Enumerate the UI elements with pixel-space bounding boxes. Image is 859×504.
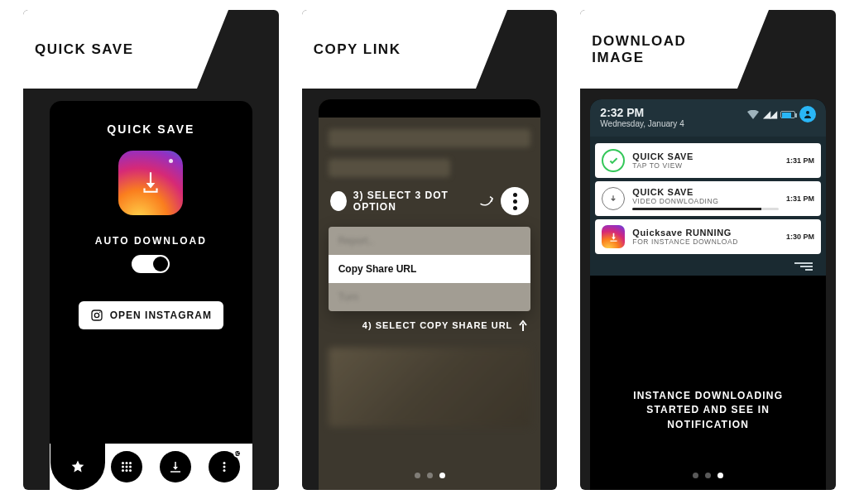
phone-screen-copylink: 3) SELECT 3 DOT OPTION Report.. Copy Sha…: [319, 99, 541, 490]
menu-item-copy-share-url[interactable]: Copy Share URL: [329, 255, 531, 283]
ad-badge: AD: [233, 449, 242, 458]
menu-item-report[interactable]: Report..: [329, 227, 531, 255]
panel-download-image: DOWNLOAD IMAGE 2:32 PM Wednesday, Januar…: [580, 10, 836, 490]
arrow-curve-icon: [479, 194, 494, 209]
pager-dot[interactable]: [415, 473, 420, 478]
step-4-text: 4) SELECT COPY SHARE URL: [362, 320, 513, 330]
step-3-text: 3) SELECT 3 DOT OPTION: [353, 190, 473, 213]
notif-title: Quicksave RUNNING: [632, 228, 779, 238]
more-vertical-icon: [217, 459, 232, 474]
panel-copy-link: COPY LINK 3) SELECT 3 DOT OPTION Report.…: [302, 10, 558, 490]
notif-subtitle: FOR INSTANCE DOWNLOAD: [632, 238, 779, 246]
svg-point-5: [129, 462, 132, 464]
svg-point-1: [94, 313, 98, 317]
auto-download-toggle[interactable]: [132, 255, 170, 273]
pager-dot[interactable]: [693, 473, 698, 478]
pager-dots: [319, 473, 541, 478]
notif-subtitle: VIDEO DONWLOADING: [632, 197, 779, 205]
svg-point-4: [125, 462, 127, 464]
app-title: QUICK SAVE: [107, 122, 194, 136]
nav-tab-downloads[interactable]: [151, 444, 199, 490]
svg-point-3: [122, 462, 124, 464]
nav-tab-more[interactable]: AD: [200, 444, 249, 490]
notif-subtitle: TAP TO VIEW: [632, 161, 779, 170]
app-icon: [118, 151, 183, 215]
svg-point-7: [125, 466, 127, 468]
auto-download-label: AUTO DOWNLOAD: [95, 235, 207, 247]
shade-drag-handle[interactable]: [595, 257, 821, 272]
svg-point-15: [806, 111, 809, 114]
menu-item-turn[interactable]: Turn: [329, 283, 531, 311]
battery-icon: [780, 111, 795, 118]
blurred-caption: [329, 159, 451, 177]
svg-point-6: [122, 466, 124, 468]
instagram-icon: [90, 309, 103, 322]
pager-dots: [590, 473, 826, 478]
svg-point-2: [99, 312, 100, 313]
notif-time: 1:30 PM: [786, 233, 814, 241]
download-icon: [140, 170, 161, 195]
clock-date: Wednesday, January 4: [600, 119, 684, 128]
app-small-icon: [602, 225, 625, 248]
phone-screen-home: QUICK SAVE AUTO DOWNLOAD OPEN INSTAGRAM …: [50, 101, 252, 490]
star-icon: [70, 459, 85, 474]
download-tray-icon: [168, 459, 183, 474]
banner: QUICK SAVE: [23, 10, 197, 89]
svg-point-13: [223, 466, 226, 468]
signal-icon: ◢◢: [763, 108, 776, 120]
notification-shade-header: 2:32 PM Wednesday, January 4 ◢◢: [590, 99, 826, 137]
svg-point-12: [223, 462, 226, 464]
instruction-step-3: 3) SELECT 3 DOT OPTION: [319, 180, 541, 222]
pager-dot-active[interactable]: [439, 473, 445, 478]
panel-quick-save: QUICK SAVE QUICK SAVE AUTO DOWNLOAD OPEN…: [23, 10, 279, 490]
blurred-caption: [329, 129, 531, 147]
svg-point-11: [129, 469, 132, 472]
banner-title: QUICK SAVE: [35, 41, 134, 58]
svg-point-10: [125, 469, 127, 472]
banner-title: COPY LINK: [314, 41, 401, 58]
instruction-step-4: 4) SELECT COPY SHARE URL: [319, 311, 541, 339]
download-progress-bar: [632, 208, 779, 210]
user-avatar-icon[interactable]: [799, 106, 816, 122]
nav-tab-grid[interactable]: [102, 444, 151, 490]
pager-dot[interactable]: [705, 473, 711, 478]
clock-time: 2:32 PM: [600, 106, 684, 119]
banner: DOWNLOAD IMAGE: [580, 10, 737, 89]
status-bar: [319, 99, 541, 118]
notification-card[interactable]: QUICK SAVE VIDEO DONWLOADING 1:31 PM: [595, 181, 821, 216]
bottom-nav: AD: [50, 444, 252, 490]
svg-point-14: [223, 469, 226, 472]
open-instagram-button[interactable]: OPEN INSTAGRAM: [79, 301, 223, 329]
grid-icon: [119, 459, 134, 474]
svg-point-8: [129, 466, 132, 468]
notification-list: QUICK SAVE TAP TO VIEW 1:31 PM QUICK SAV…: [590, 137, 826, 276]
notif-title: QUICK SAVE: [632, 151, 779, 161]
banner-title: DOWNLOAD IMAGE: [592, 33, 737, 65]
context-menu: Report.. Copy Share URL Turn: [329, 227, 531, 311]
banner: COPY LINK: [302, 10, 476, 89]
step-avatar-icon: [330, 191, 347, 211]
pager-dot-active[interactable]: [717, 473, 723, 478]
check-circle-icon: [602, 149, 625, 172]
blurred-post-image: [329, 348, 531, 427]
notification-card[interactable]: QUICK SAVE TAP TO VIEW 1:31 PM: [595, 143, 821, 178]
notif-time: 1:31 PM: [786, 156, 814, 165]
notif-title: QUICK SAVE: [632, 187, 779, 197]
download-circle-icon: [602, 187, 625, 210]
arrow-up-icon: [517, 318, 529, 333]
open-instagram-label: OPEN INSTAGRAM: [110, 310, 212, 321]
notification-card[interactable]: Quicksave RUNNING FOR INSTANCE DOWNLOAD …: [595, 219, 821, 254]
svg-point-9: [122, 469, 124, 472]
instruction-message: INSTANCE DOWNLOADING STARTED AND SEE IN …: [590, 389, 826, 432]
pager-dot[interactable]: [427, 473, 433, 478]
phone-screen-notifications: 2:32 PM Wednesday, January 4 ◢◢ QUICK SA…: [590, 99, 826, 490]
wifi-icon: [747, 110, 759, 119]
toggle-knob: [153, 257, 168, 271]
svg-rect-0: [92, 310, 102, 320]
status-icons: ◢◢: [747, 106, 816, 122]
three-dot-button[interactable]: [501, 187, 529, 215]
notif-time: 1:31 PM: [786, 194, 814, 203]
nav-tab-favorites[interactable]: [53, 444, 102, 490]
